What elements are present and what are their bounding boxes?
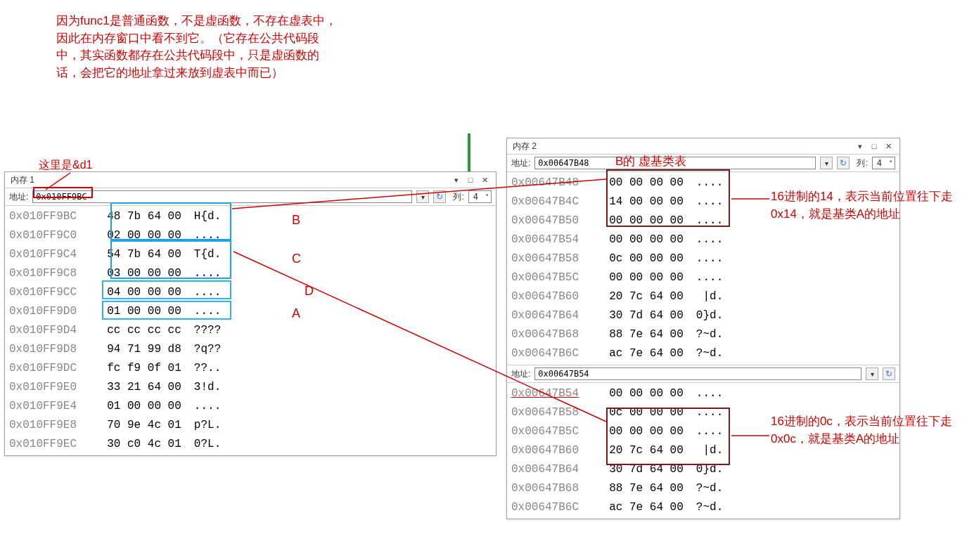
close-icon[interactable]: ✕ [479, 176, 490, 185]
addr-label: 地址: [511, 368, 530, 380]
note-14: 16进制的14，表示当前位置往下走0x14，就是基类A的地址 [771, 188, 954, 223]
addr-label: 地址: [511, 157, 530, 169]
panel2-title: 内存 2 [513, 141, 537, 152]
table-row: 0x010FF9D0 01 00 00 00.... [9, 302, 492, 321]
table-row: 0x00647B6C ac 7e 64 00?~d. [511, 344, 895, 363]
table-row: 0x00647B58 0c 00 00 00.... [511, 249, 895, 268]
addr-label: 地址: [9, 191, 28, 203]
memory-panel-1: 内存 1 ▾ □ ✕ 地址: ▾ ↻ 列: 4 0x010FF9BC 48 7b… [4, 171, 496, 456]
row-label-b: B [292, 213, 300, 228]
row-label-a: A [292, 306, 300, 321]
panel1-memory-body: 0x010FF9BC 48 7b 64 00H{d. 0x010FF9C0 02… [5, 206, 496, 455]
maximize-icon[interactable]: □ [869, 142, 880, 151]
table-row: 0x010FF9BC 48 7b 64 00H{d. [9, 207, 492, 226]
table-row: 0x00647B64 30 7d 64 000}d. [511, 306, 895, 325]
table-row: 0x00647B54 00 00 00 00.... [511, 230, 895, 249]
table-row: 0x00647B5C 00 00 00 00.... [511, 268, 895, 287]
table-row: 0x010FF9D8 94 71 99 d8?q?? [9, 340, 492, 359]
table-row: 0x00647B68 88 7e 64 00?~d. [511, 479, 895, 498]
table-row: 0x00647B64 30 7d 64 000}d. [511, 460, 895, 479]
table-row: 0x010FF9E0 33 21 64 003!d. [9, 378, 492, 397]
dropdown-icon[interactable]: ▾ [820, 157, 833, 169]
table-row: 0x010FF9C8 03 00 00 00.... [9, 264, 492, 283]
table-row: 0x010FF9CC 04 00 00 00.... [9, 283, 492, 302]
table-row: 0x00647B68 88 7e 64 00?~d. [511, 325, 895, 344]
table-row: 0x010FF9DC fc f9 0f 01??.. [9, 359, 492, 378]
panel3-addr-bar: 地址: ▾ ↻ [507, 365, 899, 383]
maximize-icon[interactable]: □ [465, 176, 476, 185]
activity-bar [468, 134, 470, 176]
table-row: 0x010FF9D4 cc cc cc cc???? [9, 321, 492, 340]
pin-icon[interactable]: ▾ [451, 176, 462, 185]
row-label-c: C [292, 252, 301, 266]
close-icon[interactable]: ✕ [883, 142, 894, 151]
refresh-icon[interactable]: ↻ [883, 367, 895, 380]
table-row: 0x010FF9E8 70 9e 4c 01p?L. [9, 416, 492, 435]
panel1-addr-bar: 地址: ▾ ↻ 列: 4 [5, 188, 496, 206]
table-row: 0x00647B54 00 00 00 00.... [511, 384, 895, 403]
panel1-col-select[interactable]: 4 [468, 190, 492, 203]
col-label: 列: [857, 157, 867, 169]
col-label: 列: [453, 191, 463, 203]
label-b-vbt: B的 虚基类表 [615, 153, 686, 169]
table-row: 0x010FF9C4 54 7b 64 00T{d. [9, 245, 492, 264]
panel2-addr-bar: 地址: ▾ ↻ 列: 4 [507, 155, 899, 172]
top-note: 因为func1是普通函数，不是虚函数，不存在虚表中，因此在内存窗口中看不到它。（… [56, 13, 338, 82]
panel2-col-select[interactable]: 4 [872, 157, 895, 169]
dropdown-icon[interactable]: ▾ [416, 190, 429, 203]
table-row: 0x010FF9EC 30 c0 4c 010?L. [9, 435, 492, 454]
panel1-addr-input[interactable] [32, 190, 412, 203]
refresh-icon[interactable]: ↻ [433, 190, 446, 203]
panel2-window-buttons: ▾ □ ✕ [854, 142, 894, 151]
panel3-memory-body: 0x00647B54 00 00 00 00.... 0x00647B58 0c… [507, 383, 899, 519]
refresh-icon[interactable]: ↻ [837, 157, 850, 169]
note-0c: 16进制的0c，表示当前位置往下走0x0c，就是基类A的地址 [771, 413, 954, 448]
panel1-title: 内存 1 [11, 174, 34, 186]
panel1-title-bar: 内存 1 ▾ □ ✕ [5, 172, 496, 188]
dropdown-icon[interactable]: ▾ [866, 367, 878, 380]
table-row: 0x00647B6C ac 7e 64 00?~d. [511, 498, 895, 517]
pin-icon[interactable]: ▾ [854, 142, 866, 151]
table-row: 0x010FF9E4 01 00 00 00.... [9, 397, 492, 416]
panel1-window-buttons: ▾ □ ✕ [451, 176, 490, 185]
label-d1: 这里是&d1 [39, 158, 92, 173]
panel2-title-bar: 内存 2 ▾ □ ✕ [507, 138, 899, 155]
panel3-addr-input[interactable] [534, 367, 861, 380]
table-row: 0x00647B60 20 7c 64 00 |d. [511, 287, 895, 306]
row-label-d: D [305, 284, 314, 299]
table-row: 0x010FF9C0 02 00 00 00.... [9, 226, 492, 245]
